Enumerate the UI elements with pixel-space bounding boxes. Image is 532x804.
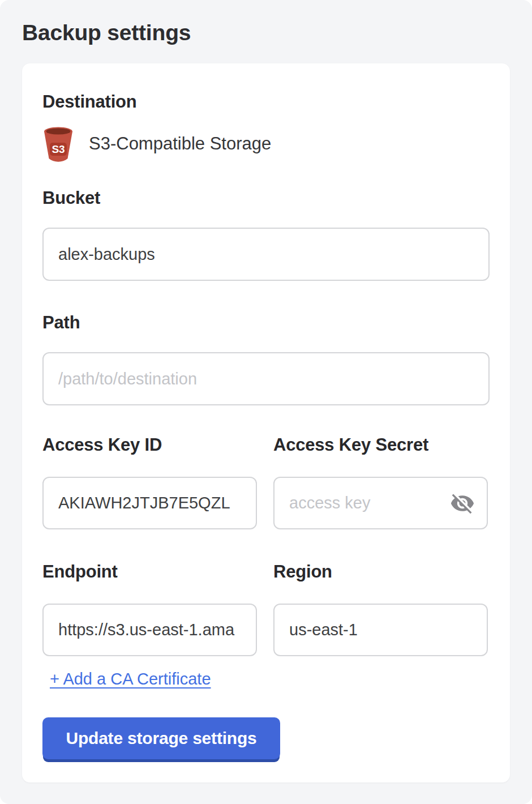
endpoint-label: Endpoint bbox=[42, 562, 257, 582]
region-input[interactable] bbox=[273, 604, 488, 656]
settings-card: Destination S3 S3-Compatible Storage Buc… bbox=[22, 63, 510, 782]
destination-label: Destination bbox=[42, 92, 490, 112]
bucket-label: Bucket bbox=[42, 188, 490, 208]
path-input[interactable] bbox=[42, 352, 490, 405]
access-key-inputs-row bbox=[42, 477, 490, 529]
page-title: Backup settings bbox=[0, 0, 532, 45]
endpoint-region-labels-row: Endpoint Region bbox=[42, 562, 490, 604]
s3-bucket-icon: S3 bbox=[42, 126, 74, 162]
update-storage-settings-button[interactable]: Update storage settings bbox=[42, 717, 280, 759]
region-label: Region bbox=[273, 562, 488, 582]
backup-settings-page: Backup settings Destination S3 S3-Compat… bbox=[0, 0, 532, 804]
access-key-labels-row: Access Key ID Access Key Secret bbox=[42, 435, 490, 477]
add-ca-certificate-link[interactable]: + Add a CA Certificate bbox=[50, 669, 211, 689]
access-key-secret-field bbox=[273, 477, 488, 529]
endpoint-region-inputs-row bbox=[42, 604, 490, 656]
bucket-input[interactable] bbox=[42, 228, 490, 281]
svg-text:S3: S3 bbox=[52, 143, 65, 155]
access-key-id-input[interactable] bbox=[42, 477, 257, 529]
toggle-secret-visibility-button[interactable] bbox=[449, 490, 475, 516]
access-key-secret-label: Access Key Secret bbox=[273, 435, 488, 455]
eye-off-icon bbox=[450, 491, 475, 516]
endpoint-input[interactable] bbox=[42, 604, 257, 656]
path-label: Path bbox=[42, 313, 490, 333]
access-key-id-label: Access Key ID bbox=[42, 435, 257, 455]
destination-value-row: S3 S3-Compatible Storage bbox=[42, 126, 490, 162]
destination-value: S3-Compatible Storage bbox=[89, 134, 271, 154]
